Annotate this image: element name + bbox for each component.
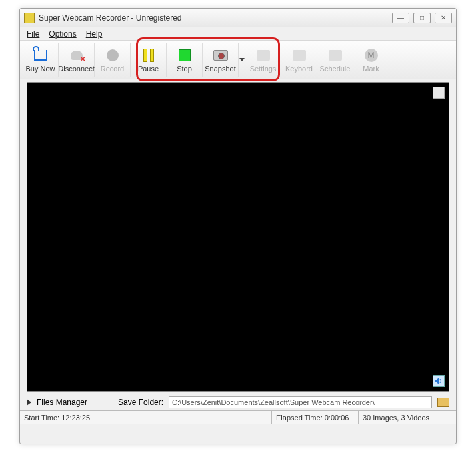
settings-icon	[255, 47, 271, 63]
app-window: Super Webcam Recorder - Unregistered — □…	[19, 8, 457, 444]
record-button[interactable]: Record	[95, 43, 131, 77]
files-manager-label[interactable]: Files Manager	[37, 398, 87, 407]
save-folder-label: Save Folder:	[118, 398, 163, 407]
mark-button[interactable]: M Mark	[353, 43, 389, 77]
titlebar: Super Webcam Recorder - Unregistered — □…	[20, 9, 456, 27]
window-title: Super Webcam Recorder - Unregistered	[39, 13, 392, 23]
status-counts: 30 Images, 3 Videos	[359, 411, 456, 424]
menu-options[interactable]: Options	[49, 29, 76, 39]
speaker-icon[interactable]	[433, 375, 445, 387]
pause-button[interactable]: Pause	[131, 43, 167, 77]
save-folder-input[interactable]	[169, 396, 432, 408]
status-start-time: Start Time: 12:23:25	[20, 411, 272, 424]
pause-icon	[141, 47, 157, 63]
buy-now-button[interactable]: Buy Now	[23, 43, 59, 77]
close-button[interactable]: ✕	[435, 13, 452, 23]
chevron-down-icon	[239, 58, 245, 61]
files-row: Files Manager Save Folder:	[20, 394, 456, 410]
status-elapsed: Elapsed Time: 0:00:06	[272, 411, 359, 424]
snapshot-button[interactable]: Snapshot	[203, 43, 239, 77]
toolbar: Buy Now Disconnect Record Pause Stop Sna…	[20, 41, 456, 79]
snapshot-dropdown[interactable]	[239, 43, 245, 77]
record-icon	[105, 47, 121, 63]
disconnect-button[interactable]: Disconnect	[59, 43, 95, 77]
cart-icon	[33, 47, 49, 63]
minimize-button[interactable]: —	[392, 13, 409, 23]
expand-files-icon[interactable]	[27, 399, 31, 406]
window-buttons: — □ ✕	[392, 13, 452, 23]
camera-icon	[213, 47, 229, 63]
keyboard-icon	[291, 47, 307, 63]
browse-folder-button[interactable]	[437, 398, 449, 407]
webcam-x-icon	[69, 47, 85, 63]
stop-button[interactable]: Stop	[167, 43, 203, 77]
app-icon	[24, 13, 35, 23]
video-viewport	[27, 82, 449, 392]
maximize-button[interactable]: □	[413, 13, 431, 23]
keyboard-button[interactable]: Keybord	[281, 43, 317, 77]
menubar: File Options Help	[20, 27, 456, 41]
settings-button[interactable]: Settings	[245, 43, 281, 77]
overlay-icon[interactable]	[433, 87, 445, 99]
schedule-button[interactable]: Schedule	[317, 43, 353, 77]
schedule-icon	[327, 47, 343, 63]
menu-file[interactable]: File	[27, 29, 39, 39]
statusbar: Start Time: 12:23:25 Elapsed Time: 0:00:…	[20, 410, 456, 424]
stop-icon	[177, 47, 193, 63]
mark-icon: M	[363, 47, 379, 63]
menu-help[interactable]: Help	[86, 29, 103, 39]
